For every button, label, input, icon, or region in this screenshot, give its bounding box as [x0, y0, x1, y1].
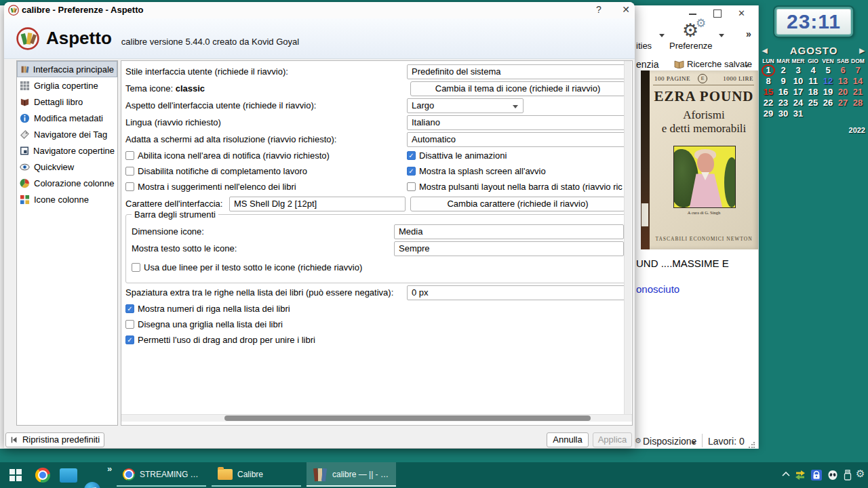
resize-grip[interactable] [748, 442, 755, 449]
checkbox-two-lines[interactable]: Usa due linee per il testo sotto le icon… [132, 261, 362, 273]
toolbar-button-label-cut[interactable]: ities [636, 41, 652, 51]
calendar-day[interactable]: 8 [761, 76, 776, 87]
jobs-indicator[interactable]: Lavori: 0 [708, 436, 745, 447]
start-icon[interactable] [9, 469, 22, 481]
chevron-down-icon[interactable] [745, 65, 749, 68]
checkbox-draw-grid[interactable]: Disegna una griglia nella lista dei libr… [125, 318, 283, 330]
calendar-day[interactable]: 14 [850, 76, 865, 87]
sync-arrows-icon[interactable] [795, 470, 806, 481]
calendar-day[interactable]: 31 [791, 108, 806, 119]
minimize-icon[interactable] [689, 14, 696, 15]
language-combo[interactable]: Italiano [407, 115, 625, 130]
calendar-day[interactable]: 6 [835, 65, 850, 76]
calendar-day[interactable]: 20 [835, 87, 850, 98]
blue-window-icon[interactable] [60, 468, 77, 483]
calendar-day[interactable]: 30 [776, 108, 791, 119]
ui-style-combo[interactable]: Predefinito del sistema [407, 64, 625, 79]
calendar-day[interactable]: 4 [806, 65, 821, 76]
calendar-day[interactable]: 10 [791, 76, 806, 87]
calendar-day[interactable]: 17 [791, 87, 806, 98]
calendar-day[interactable]: 1 [761, 65, 776, 76]
cancel-button[interactable]: Annulla [547, 432, 589, 447]
checkbox-drag-drop-merge[interactable]: ✓Permetti l'uso di drag and drop per uni… [125, 333, 315, 346]
calendar-day[interactable]: 23 [776, 98, 791, 108]
calendar-day[interactable]: 9 [776, 76, 791, 87]
taskbar-button-calibre-app[interactable]: calibre — || - Prova... [307, 462, 396, 487]
horizontal-scrollbar[interactable] [121, 414, 632, 422]
taskbar-button-calibre-folder[interactable]: Calibre [212, 462, 301, 487]
sidebar-item-interfaccia-principale[interactable]: Interfaccia principale [17, 61, 117, 77]
calendar-day[interactable]: 26 [821, 98, 835, 108]
checkbox-splash-screen[interactable]: ✓Mostra la splash screen all'avvio [407, 165, 546, 177]
sidebar-item-navigatore-tag[interactable]: Navigatore dei Tag [17, 126, 117, 142]
chevron-down-icon[interactable] [719, 34, 724, 37]
chevron-down-icon[interactable] [659, 34, 665, 37]
dialog-titlebar[interactable]: calibre - Preferenze - Aspetto ? ✕ [4, 2, 635, 18]
calendar-day[interactable]: 21 [850, 87, 865, 98]
sidebar-item-modifica-metadati[interactable]: Modifica metadati [17, 110, 117, 126]
toolbar-button-preferences[interactable]: Preferenze [669, 41, 713, 51]
restore-defaults-button[interactable]: Ripristina predefiniti [5, 432, 104, 447]
checkbox-systray[interactable]: Abilita icona nell'area di notifica (ria… [125, 149, 330, 161]
change-icon-theme-button[interactable]: Cambia il tema di icone (richiede il ria… [410, 81, 625, 96]
maximize-icon[interactable] [713, 9, 722, 18]
checkbox-disable-job-notifications[interactable]: Disabilita notifiche di completamento la… [125, 165, 307, 177]
calendar-day[interactable]: 13 [835, 76, 850, 87]
calendar-day[interactable]: 16 [776, 87, 791, 98]
calendar-day[interactable]: 2 [776, 65, 791, 76]
calendar-day[interactable]: 28 [850, 98, 865, 108]
calendar-day[interactable]: 25 [806, 98, 821, 108]
thunderbird-icon[interactable] [84, 482, 100, 488]
usb-icon[interactable] [843, 470, 852, 481]
text-under-icons-combo[interactable]: Sempre [394, 241, 624, 256]
sidebar-item-dettagli-libro[interactable]: Dettagli libro [17, 94, 117, 110]
icon-size-combo[interactable]: Media [394, 224, 624, 239]
calendar-day[interactable]: 15 [761, 87, 776, 98]
calendar-day[interactable]: 11 [806, 76, 821, 87]
calendar-day[interactable]: 7 [850, 65, 865, 76]
calendar-day[interactable]: 22 [761, 98, 776, 108]
calendar-day[interactable]: 29 [761, 108, 776, 119]
calendar-day[interactable]: 12 [821, 76, 835, 87]
checkbox-layout-buttons[interactable]: Mostra pulsanti layout nella barra di st… [407, 180, 625, 192]
calendar-day[interactable]: 5 [821, 65, 835, 76]
taskbar-overflow-icon[interactable]: » [107, 464, 112, 474]
calendar-day[interactable]: 19 [821, 87, 835, 98]
calendar-day[interactable]: 3 [791, 65, 806, 76]
close-icon[interactable]: ✕ [738, 7, 745, 20]
help-button[interactable]: ? [591, 4, 606, 15]
sidebar-item-navigatore-copertine[interactable]: Navigatore copertine [17, 142, 117, 159]
vertical-scrollbar[interactable] [624, 61, 631, 414]
interface-font-field[interactable]: MS Shell Dlg 2 [12pt] [229, 197, 406, 211]
calendar-day[interactable]: 24 [791, 98, 806, 108]
mask-icon[interactable] [827, 470, 838, 481]
tray-expand-chevron-icon[interactable] [781, 470, 791, 479]
sidebar-item-colorazione-colonne[interactable]: Colorazione colonne [17, 175, 117, 191]
sidebar-item-icone-colonne[interactable]: Icone colonne [17, 191, 117, 207]
ui-layout-combo[interactable]: Largo [407, 98, 524, 113]
apply-button[interactable]: Applica [593, 432, 632, 447]
book-details-author-link[interactable]: onosciuto [636, 283, 679, 295]
toolbar-overflow-icon[interactable]: » [746, 28, 751, 39]
hidpi-combo[interactable]: Automatico [407, 132, 625, 147]
sidebar-item-griglia-copertine[interactable]: Griglia copertine [17, 77, 117, 94]
calendar-next-icon[interactable]: ▶ [859, 47, 865, 54]
chevron-down-icon[interactable] [692, 442, 696, 445]
calendar-day[interactable]: 27 [835, 98, 850, 108]
calendar-day[interactable]: 18 [806, 87, 821, 98]
chrome-icon[interactable] [35, 468, 50, 483]
saved-searches-button[interactable]: Ricerche salvate [687, 59, 752, 69]
sidebar-item-quickview[interactable]: Quickview [17, 159, 117, 175]
calendar-prev-icon[interactable]: ◀ [762, 47, 768, 54]
close-button[interactable]: ✕ [618, 4, 633, 15]
scrollbar-thumb[interactable] [224, 415, 591, 421]
taskbar-button-streaming[interactable]: STREAMING TELEL... [117, 462, 206, 487]
checkbox-disable-animations[interactable]: ✓Disattiva le animazioni [407, 149, 507, 161]
gear-icon[interactable]: ⚙ [856, 468, 865, 480]
checkbox-row-numbers[interactable]: ✓Mostra numeri di riga nella lista dei l… [125, 302, 290, 314]
layout-button[interactable]: Disposizione [643, 436, 696, 447]
row-spacing-spinbox[interactable]: 0 px [407, 285, 625, 300]
change-font-button[interactable]: Cambia carattere (richiede il riavvio) [410, 197, 625, 211]
checkbox-booklist-tooltips[interactable]: Mostra i suggerimenti nell'elenco dei li… [125, 180, 296, 192]
lock-icon[interactable] [811, 470, 822, 481]
